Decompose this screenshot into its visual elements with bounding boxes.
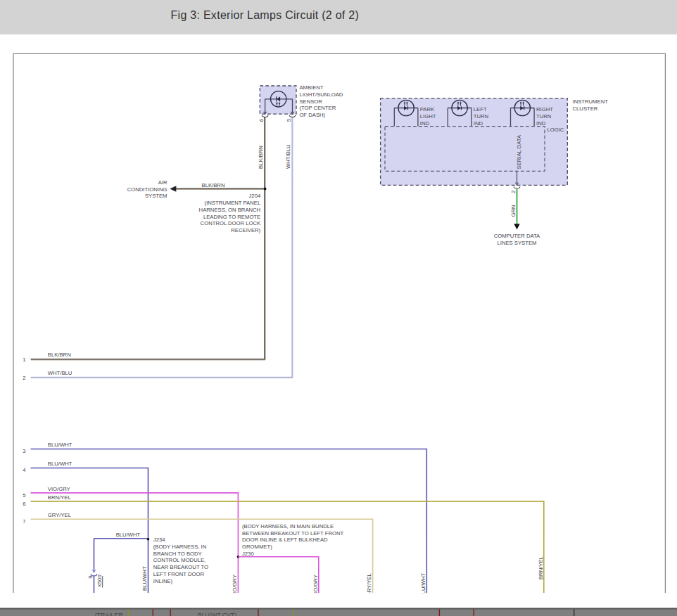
svg-text:DOOR INLINE & LEFT BULKHEAD: DOOR INLINE & LEFT BULKHEAD bbox=[242, 537, 328, 543]
svg-text:LIGHT: LIGHT bbox=[420, 113, 436, 120]
svg-text:CONTROL MODULE,: CONTROL MODULE, bbox=[153, 557, 205, 563]
svg-text:LINES SYSTEM: LINES SYSTEM bbox=[498, 240, 537, 246]
svg-text:Fig 3: Exterior Lamps Circuit: Fig 3: Exterior Lamps Circuit (2 of 2) bbox=[171, 9, 360, 21]
svg-text:J234: J234 bbox=[153, 537, 165, 543]
svg-text:AMBIENT: AMBIENT bbox=[299, 84, 323, 91]
svg-text:9: 9 bbox=[87, 576, 94, 579]
svg-text:COMPUTER DATA: COMPUTER DATA bbox=[494, 233, 540, 239]
svg-text:BLU/WHT: BLU/WHT bbox=[48, 461, 72, 467]
svg-text:TURN: TURN bbox=[474, 113, 488, 120]
svg-text:AIR: AIR bbox=[158, 179, 167, 186]
svg-text:SYSTEM: SYSTEM bbox=[145, 193, 167, 199]
svg-text:4: 4 bbox=[23, 467, 26, 473]
svg-text:BLK/BRN: BLK/BRN bbox=[48, 352, 71, 358]
svg-text:3: 3 bbox=[23, 448, 25, 454]
svg-text:WHT/BLU: WHT/BLU bbox=[285, 144, 291, 169]
svg-text:VIO/GRY: VIO/GRY bbox=[48, 486, 70, 492]
svg-text:LIGHT/SUNLOAD: LIGHT/SUNLOAD bbox=[299, 91, 343, 98]
svg-text:BRN/YEL: BRN/YEL bbox=[48, 494, 72, 501]
svg-text:BLK/BRN: BLK/BRN bbox=[258, 146, 264, 169]
svg-text:6: 6 bbox=[23, 501, 25, 507]
svg-text:CONDITIONING: CONDITIONING bbox=[127, 186, 167, 193]
svg-text:BLU/WHT: BLU/WHT bbox=[141, 566, 148, 591]
svg-text:NEAR BREAKOUT TO: NEAR BREAKOUT TO bbox=[153, 564, 208, 570]
svg-text:RIGHT: RIGHT bbox=[536, 106, 553, 113]
svg-text:INSTRUMENT: INSTRUMENT bbox=[573, 98, 609, 105]
svg-text:IND: IND bbox=[420, 120, 430, 127]
svg-text:SERIAL DATA: SERIAL DATA bbox=[516, 134, 522, 169]
svg-text:BLU/WHT: BLU/WHT bbox=[48, 442, 72, 448]
svg-text:WHT/BLU: WHT/BLU bbox=[48, 370, 72, 376]
svg-text:IND: IND bbox=[536, 120, 546, 127]
svg-text:GRN: GRN bbox=[510, 205, 517, 217]
svg-text:CLUSTER: CLUSTER bbox=[573, 105, 598, 112]
svg-text:J230: J230 bbox=[242, 551, 254, 557]
svg-text:GRY/YEL: GRY/YEL bbox=[48, 512, 72, 518]
svg-text:(INSTRUMENT PANEL: (INSTRUMENT PANEL bbox=[205, 200, 261, 206]
svg-text:TURN: TURN bbox=[536, 113, 551, 120]
svg-text:X500: X500 bbox=[96, 575, 103, 587]
svg-text:SENSOR: SENSOR bbox=[299, 98, 322, 105]
svg-text:BRN/YEL: BRN/YEL bbox=[538, 556, 544, 579]
svg-text:7: 7 bbox=[23, 518, 25, 525]
svg-text:5: 5 bbox=[23, 492, 25, 499]
svg-text:BETWEEN BREAKOUT TO LEFT FRONT: BETWEEN BREAKOUT TO LEFT FRONT bbox=[242, 530, 344, 537]
svg-text:OF DASH): OF DASH) bbox=[299, 112, 325, 118]
svg-text:BRANCH TO BODY: BRANCH TO BODY bbox=[153, 551, 202, 557]
svg-text:GROMMET): GROMMET) bbox=[242, 544, 272, 550]
svg-text:CONTROL DOOR LOCK: CONTROL DOOR LOCK bbox=[201, 220, 261, 226]
svg-text:(BODY HARNESS, IN MAIN BUNDLE: (BODY HARNESS, IN MAIN BUNDLE bbox=[242, 523, 334, 530]
svg-text:BLK/BRN: BLK/BRN bbox=[202, 182, 225, 188]
svg-text:(TRAILER: (TRAILER bbox=[95, 612, 123, 616]
svg-text:LEADING TO REMOTE: LEADING TO REMOTE bbox=[203, 214, 260, 220]
svg-text:1: 1 bbox=[23, 357, 25, 363]
svg-text:2: 2 bbox=[510, 191, 517, 193]
svg-text:J204: J204 bbox=[249, 193, 261, 199]
svg-text:6: 6 bbox=[258, 119, 265, 122]
svg-text:(BODY HARNESS, IN: (BODY HARNESS, IN bbox=[153, 544, 206, 550]
svg-text:PARK: PARK bbox=[420, 106, 435, 113]
svg-text:BLU/WT CVT): BLU/WT CVT) bbox=[198, 612, 236, 616]
svg-text:LEFT: LEFT bbox=[474, 106, 487, 113]
svg-text:RECEIVER): RECEIVER) bbox=[231, 227, 260, 233]
svg-text:2: 2 bbox=[23, 375, 25, 381]
svg-text:HARNESS, ON BRANCH: HARNESS, ON BRANCH bbox=[199, 207, 261, 213]
svg-text:BLU/WHT: BLU/WHT bbox=[116, 532, 141, 538]
svg-text:IND: IND bbox=[474, 120, 483, 127]
svg-text:LOGIC: LOGIC bbox=[548, 127, 564, 133]
svg-text:(TOP CENTER: (TOP CENTER bbox=[299, 105, 336, 111]
svg-text:5: 5 bbox=[286, 119, 292, 122]
svg-text:LEFT FRONT DOOR: LEFT FRONT DOOR bbox=[153, 571, 205, 577]
svg-text:INLINE): INLINE) bbox=[153, 578, 173, 584]
